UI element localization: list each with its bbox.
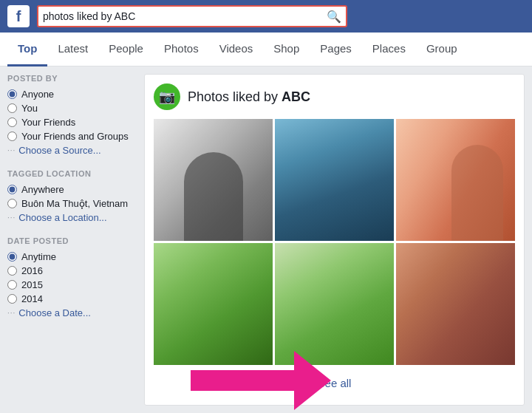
see-all-area: See all: [154, 365, 515, 396]
photo-item-1[interactable]: [154, 119, 273, 241]
photo-grid: [154, 119, 515, 365]
photo-item-6[interactable]: [396, 243, 515, 365]
tab-pages[interactable]: Pages: [310, 33, 362, 66]
arrow-container: [191, 351, 331, 410]
search-bar: 🔍: [37, 5, 347, 27]
filter-anyone[interactable]: Anyone: [7, 87, 137, 101]
tab-people[interactable]: People: [98, 33, 154, 66]
tab-group[interactable]: Group: [416, 33, 468, 66]
photo-item-2[interactable]: [275, 119, 394, 241]
choose-location-link[interactable]: ··· Choose a Location...: [7, 211, 137, 225]
nav-tabs: Top Latest People Photos Videos Shop Pag…: [0, 33, 532, 66]
ellipsis-icon-3: ···: [7, 309, 16, 317]
content-panel: 📷 Photos liked by ABC See all: [144, 74, 525, 406]
filter-2016[interactable]: 2016: [7, 264, 137, 278]
filter-buon-ma-thuot[interactable]: Buôn Ma Thuột, Vietnam: [7, 197, 137, 211]
photos-section-icon: 📷: [154, 83, 180, 110]
tagged-location-title: TAGGED LOCATION: [7, 169, 137, 178]
tab-photos[interactable]: Photos: [154, 33, 209, 66]
search-input[interactable]: [43, 10, 324, 22]
big-arrow: [191, 351, 331, 410]
photo-item-5[interactable]: [275, 243, 394, 365]
choose-date-link[interactable]: ··· Choose a Date...: [7, 306, 137, 320]
date-posted-section: DATE POSTED Anytime 2016 2015 2014 ··· C…: [7, 236, 137, 320]
content-title: Photos liked by ABC: [188, 89, 310, 105]
main-area: POSTED BY Anyone You Your Friends Your F…: [0, 66, 532, 413]
photo-item-3[interactable]: [396, 119, 515, 241]
posted-by-title: POSTED BY: [7, 74, 137, 83]
date-posted-title: DATE POSTED: [7, 236, 137, 245]
tab-videos[interactable]: Videos: [209, 33, 264, 66]
posted-by-section: POSTED BY Anyone You Your Friends Your F…: [7, 74, 137, 157]
arrow-shaft: [191, 370, 294, 391]
search-button[interactable]: 🔍: [327, 10, 341, 24]
tab-latest[interactable]: Latest: [47, 33, 98, 66]
filter-anytime[interactable]: Anytime: [7, 250, 137, 264]
content-header: 📷 Photos liked by ABC: [154, 83, 515, 110]
filter-2015[interactable]: 2015: [7, 278, 137, 292]
filter-2014[interactable]: 2014: [7, 292, 137, 306]
filter-friends-groups[interactable]: Your Friends and Groups: [7, 129, 137, 143]
filter-friends[interactable]: Your Friends: [7, 115, 137, 129]
ellipsis-icon-2: ···: [7, 214, 16, 222]
ellipsis-icon: ···: [7, 146, 16, 154]
topbar: f 🔍: [0, 0, 532, 33]
photo-item-4[interactable]: [154, 243, 273, 365]
tagged-location-section: TAGGED LOCATION Anywhere Buôn Ma Thuột, …: [7, 169, 137, 225]
tab-places[interactable]: Places: [362, 33, 416, 66]
filter-anywhere[interactable]: Anywhere: [7, 182, 137, 197]
facebook-logo: f: [7, 5, 30, 27]
sidebar: POSTED BY Anyone You Your Friends Your F…: [7, 74, 137, 406]
tab-shop[interactable]: Shop: [263, 33, 310, 66]
tab-top[interactable]: Top: [7, 33, 47, 66]
filter-you[interactable]: You: [7, 101, 137, 115]
arrow-head: [294, 351, 331, 410]
choose-source-link[interactable]: ··· Choose a Source...: [7, 143, 137, 157]
